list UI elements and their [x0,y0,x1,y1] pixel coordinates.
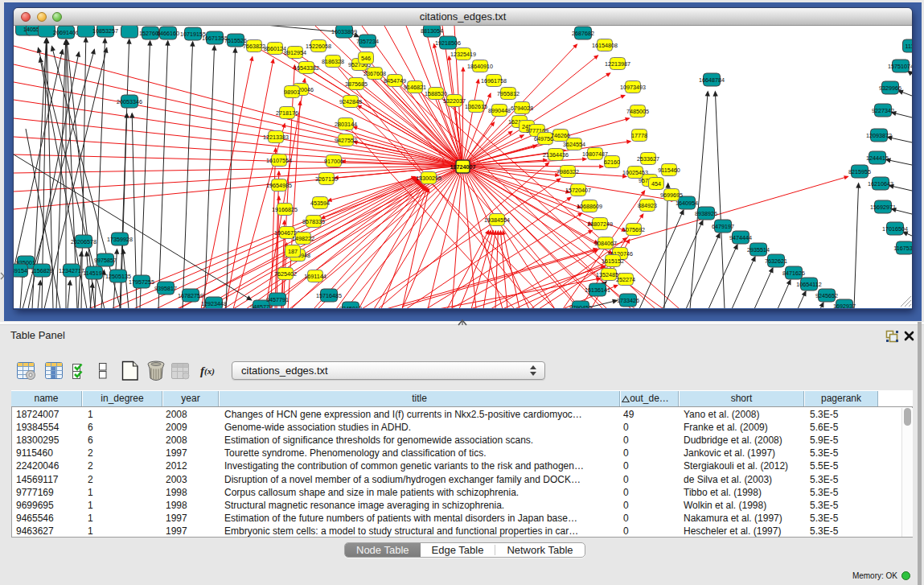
svg-text:20691406: 20691406 [53,29,79,36]
svg-text:6466160: 6466160 [157,30,179,37]
svg-text:10973493: 10973493 [620,84,646,91]
svg-text:12342717: 12342717 [59,267,84,274]
svg-text:1733426: 1733426 [617,297,639,304]
svg-text:9329966: 9329966 [879,84,901,92]
svg-text:1156829: 1156829 [31,267,52,274]
svg-text:8186328: 8186328 [322,58,344,65]
svg-text:15692971: 15692971 [870,204,896,211]
svg-text:7986322: 7986322 [556,168,579,175]
svg-text:62160: 62160 [604,159,620,166]
svg-text:2367608: 2367608 [363,70,386,77]
svg-text:19384554: 19384554 [484,216,510,224]
svg-text:12213383: 12213383 [263,134,289,141]
svg-text:252274: 252274 [616,276,635,283]
svg-text:8660124: 8660124 [264,45,286,52]
svg-text:15716485: 15716485 [316,292,342,299]
svg-text:1112: 1112 [906,43,912,50]
svg-text:18724007: 18724007 [450,163,476,171]
svg-text:9115460: 9115460 [658,167,680,174]
svg-text:17778: 17778 [631,132,647,139]
svg-text:10688609: 10688609 [577,203,602,210]
svg-text:1691144: 1691144 [304,273,326,280]
svg-text:7485005: 7485005 [626,108,649,115]
svg-text:(x): (x) [204,366,215,377]
svg-text:98901: 98901 [284,89,300,96]
svg-text:1362615: 1362615 [465,103,487,110]
svg-text:17957255: 17957255 [129,278,154,286]
svg-text:16648784: 16648784 [699,76,725,84]
svg-text:20206578: 20206578 [71,238,97,245]
svg-text:6794028: 6794028 [511,105,533,112]
svg-text:9242848: 9242848 [339,98,362,105]
svg-text:8790452: 8790452 [569,304,592,309]
svg-text:17359928: 17359928 [107,236,133,243]
svg-text:8454749: 8454749 [384,77,406,84]
svg-text:6479197: 6479197 [712,223,734,230]
svg-text:12213987: 12213987 [605,60,630,68]
svg-text:1167534: 1167534 [893,245,912,252]
svg-text:15136141: 15136141 [585,286,610,294]
svg-text:15720407: 15720407 [565,187,591,194]
svg-text:7357234: 7357234 [356,38,379,45]
svg-text:7663822: 7663822 [243,43,265,50]
svg-text:2718176: 2718176 [276,109,298,117]
svg-text:3267130: 3267130 [315,175,338,183]
svg-text:8912954: 8912954 [284,49,306,56]
svg-text:7632621: 7632621 [765,257,787,265]
svg-text:18807249: 18807249 [587,220,613,228]
svg-text:9146821: 9146821 [404,84,426,91]
svg-text:9457791: 9457791 [266,296,289,303]
svg-text:19654985: 19654985 [266,182,292,189]
svg-text:546: 546 [361,55,371,62]
svg-text:15226058: 15226058 [306,43,331,50]
svg-text:2935514: 2935514 [747,246,770,253]
svg-text:453594: 453594 [310,200,330,207]
svg-text:18640910: 18640910 [467,63,493,70]
svg-text:16961758: 16961758 [481,77,507,84]
svg-text:3875685: 3875685 [345,80,368,88]
svg-text:1640954: 1640954 [676,200,698,207]
svg-text:1145194: 1145194 [83,270,105,277]
svg-text:9975857: 9975857 [94,257,117,264]
svg-text:8938926: 8938926 [695,210,717,217]
svg-text:454: 454 [651,180,661,187]
svg-text:1075692: 1075692 [622,226,645,233]
svg-text:7625402: 7625402 [274,270,297,278]
svg-text:16154808: 16154808 [592,42,618,49]
svg-text:8471626: 8471626 [782,270,805,277]
svg-text:8578335: 8578335 [302,218,325,225]
svg-text:16782759: 16782759 [178,292,203,299]
svg-text:8813054: 8813054 [421,27,443,35]
svg-text:9084067: 9084067 [594,240,617,247]
svg-text:746266: 746266 [551,132,570,139]
svg-text:7955812: 7955812 [497,90,519,97]
svg-text:187: 187 [288,248,298,255]
svg-text:21364436: 21364436 [543,151,569,159]
svg-text:16210643: 16210643 [868,180,893,187]
svg-text:9699695: 9699695 [660,192,683,199]
svg-text:9427552: 9427552 [335,137,357,144]
svg-text:16543382: 16543382 [294,64,319,72]
svg-text:9245652: 9245652 [815,292,838,299]
svg-text:2687682: 2687682 [572,30,594,37]
svg-text:20053346: 20053346 [117,98,142,105]
svg-text:10654112: 10654112 [796,281,821,288]
svg-text:8215955: 8215955 [848,168,871,175]
svg-text:19166825: 19166825 [272,206,298,213]
svg-text:39154: 39154 [14,267,27,274]
svg-text:18300295: 18300295 [416,175,441,182]
svg-text:2533627: 2533627 [637,155,659,163]
svg-text:16033809: 16033809 [331,28,357,35]
svg-text:9474444: 9474444 [729,234,752,241]
svg-text:1588520: 1588520 [425,90,447,97]
svg-text:8990448: 8990448 [488,107,511,114]
svg-text:12923448: 12923448 [201,300,227,307]
svg-text:10853257: 10853257 [92,27,118,35]
svg-text:12325419: 12325419 [450,51,476,58]
svg-text:3624554: 3624554 [563,141,585,148]
svg-text:1615152: 1615152 [602,257,624,265]
svg-text:9245012: 9245012 [339,305,362,309]
svg-text:1498222: 1498222 [292,235,314,242]
svg-text:5322037: 5322037 [443,97,466,105]
svg-text:2803144: 2803144 [335,121,357,128]
